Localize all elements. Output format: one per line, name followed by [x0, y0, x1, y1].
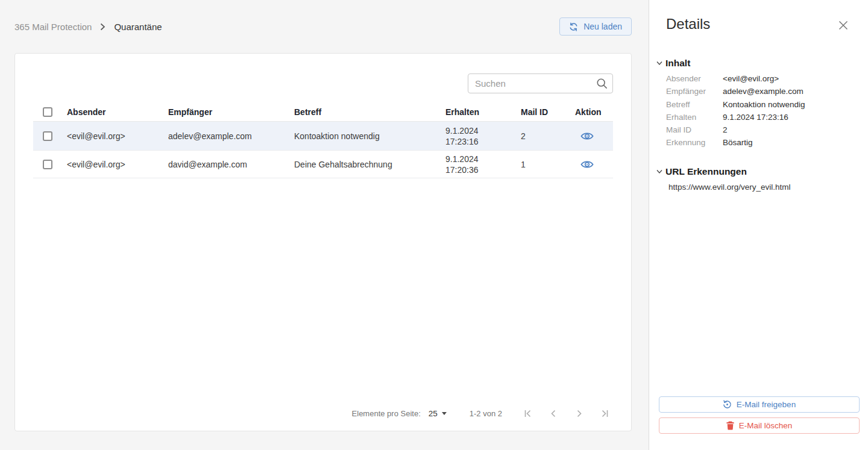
cell-empfaenger: adelev@example.com: [168, 131, 294, 141]
search-box: [468, 73, 613, 93]
cell-aktion: [575, 131, 613, 141]
items-per-page-select[interactable]: 25: [429, 409, 447, 418]
chevron-down-icon: [656, 169, 662, 174]
reload-button[interactable]: Neu laden: [559, 17, 632, 36]
cell-mail-id: 1: [521, 160, 575, 169]
section-url-title: URL Erkennungen: [665, 166, 747, 177]
cell-erhalten: 9.1.2024 17:23:16: [445, 125, 521, 147]
cell-aktion: [575, 160, 613, 169]
main-area: 365 Mail Protection Quarantäne Neu laden: [0, 0, 649, 450]
trash-icon: [726, 421, 734, 430]
field-absender: Absender <evil@evil.org>: [666, 75, 858, 83]
row-checkbox-cell: [33, 131, 67, 141]
row-checkbox-cell: [33, 160, 67, 169]
header-aktion: Aktion: [575, 107, 613, 117]
detected-url: https://www.evil.org/very_evil.html: [668, 183, 858, 192]
close-icon[interactable]: [838, 20, 848, 30]
cell-absender: <evil@evil.org>: [67, 131, 168, 141]
header-checkbox-cell: [33, 107, 67, 117]
view-details-eye-icon[interactable]: [580, 131, 613, 141]
header-empfaenger: Empfänger: [168, 107, 294, 117]
cell-betreff: Kontoaktion notwendig: [294, 131, 445, 141]
quarantine-table: Absender Empfänger Betreff Erhalten Mail…: [33, 103, 613, 178]
reload-button-label: Neu laden: [583, 22, 622, 31]
breadcrumb: 365 Mail Protection Quarantäne: [14, 22, 162, 32]
cell-erhalten: 9.1.2024 17:20:36: [445, 154, 521, 175]
search-row: [33, 73, 613, 93]
prev-page-icon[interactable]: [550, 410, 558, 417]
search-input[interactable]: [468, 73, 613, 93]
pagination-bar: Elemente pro Seite: 25 1-2 von 2: [15, 409, 631, 418]
header-absender: Absender: [67, 107, 168, 117]
view-details-eye-icon[interactable]: [580, 160, 613, 169]
pagination-range-label: 1-2 von 2: [470, 409, 502, 418]
details-actions: E-Mail freigeben E-Mail löschen: [649, 396, 868, 450]
header-betreff: Betreff: [294, 107, 445, 117]
table-header-row: Absender Empfänger Betreff Erhalten Mail…: [33, 103, 613, 122]
app-root: 365 Mail Protection Quarantäne Neu laden: [0, 0, 868, 450]
field-erkennung: Erkennung Bösartig: [666, 139, 858, 147]
header-erhalten: Erhalten: [445, 107, 521, 117]
field-erhalten: Erhalten 9.1.2024 17:23:16: [666, 113, 858, 122]
breadcrumb-chevron-icon: [100, 23, 105, 31]
first-page-icon[interactable]: [524, 410, 532, 417]
topbar: 365 Mail Protection Quarantäne Neu laden: [0, 0, 649, 53]
pager-controls: [524, 410, 608, 417]
cell-absender: <evil@evil.org>: [67, 160, 168, 169]
quarantine-card: Absender Empfänger Betreff Erhalten Mail…: [14, 53, 632, 431]
last-page-icon[interactable]: [600, 410, 608, 417]
select-all-checkbox[interactable]: [43, 107, 52, 117]
reload-icon: [569, 22, 578, 31]
field-empfaenger: Empfänger adelev@example.com: [666, 87, 858, 96]
items-per-page-label: Elemente pro Seite:: [352, 409, 421, 418]
cell-empfaenger: david@example.com: [168, 160, 294, 169]
field-mail-id: Mail ID 2: [666, 126, 858, 134]
header-mail-id: Mail ID: [521, 107, 575, 117]
section-inhalt: Inhalt Absender <evil@evil.org> Empfänge…: [649, 58, 868, 152]
details-panel-title: Details: [666, 16, 851, 33]
section-inhalt-title: Inhalt: [665, 58, 690, 69]
details-panel: Details Inhalt Absender <evil@evil.org> …: [649, 0, 868, 450]
breadcrumb-parent[interactable]: 365 Mail Protection: [14, 22, 92, 32]
release-email-button[interactable]: E-Mail freigeben: [659, 396, 860, 413]
next-page-icon[interactable]: [575, 410, 583, 417]
delete-email-label: E-Mail löschen: [739, 421, 793, 430]
table-row[interactable]: <evil@evil.org> adelev@example.com Konto…: [33, 122, 613, 151]
release-icon: [723, 400, 732, 409]
chevron-down-icon: [656, 61, 662, 66]
section-url-erkennungen: URL Erkennungen https://www.evil.org/ver…: [649, 166, 868, 192]
field-betreff: Betreff Kontoaktion notwendig: [666, 101, 858, 109]
section-url-header[interactable]: URL Erkennungen: [656, 166, 868, 177]
table-row[interactable]: <evil@evil.org> david@example.com Deine …: [33, 151, 613, 178]
cell-mail-id: 2: [521, 131, 575, 141]
row-checkbox[interactable]: [43, 160, 52, 169]
search-icon[interactable]: [596, 78, 608, 92]
delete-email-button[interactable]: E-Mail löschen: [659, 417, 860, 434]
inhalt-fields: Absender <evil@evil.org> Empfänger adele…: [666, 75, 858, 148]
release-email-label: E-Mail freigeben: [737, 400, 796, 409]
cell-betreff: Deine Gehaltsabrechnung: [294, 160, 445, 169]
row-checkbox[interactable]: [43, 131, 52, 141]
caret-down-icon: [442, 412, 447, 415]
section-inhalt-header[interactable]: Inhalt: [656, 58, 868, 69]
breadcrumb-current: Quarantäne: [114, 22, 162, 32]
